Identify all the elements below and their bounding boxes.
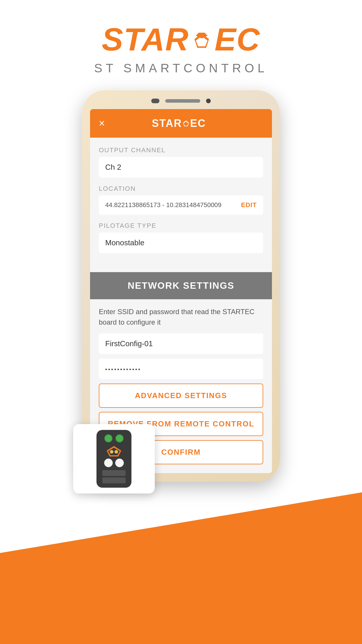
logo-icon xyxy=(190,30,213,54)
close-button[interactable]: × xyxy=(99,118,105,129)
output-channel-group: OUTPUT CHANNEL Ch 2 xyxy=(99,146,263,178)
location-value: 44.8221138865173 - 10.2831484750009 xyxy=(105,201,222,209)
pilotage-group: PILOTAGE TYPE Monostable xyxy=(99,222,263,253)
remote-body xyxy=(96,430,131,488)
output-channel-value: Ch 2 xyxy=(105,163,121,172)
logo-container: STAREC xyxy=(0,23,362,55)
advanced-settings-button[interactable]: ADVANCED SETTINGS xyxy=(99,384,263,408)
password-input[interactable]: •••••••••••• xyxy=(99,358,263,379)
remote-widget xyxy=(73,424,155,494)
remote-buttons xyxy=(99,459,129,467)
phone-camera xyxy=(151,99,159,103)
remote-btn-1[interactable] xyxy=(104,459,113,467)
phone-top-bar xyxy=(90,99,272,103)
output-channel-label: OUTPUT CHANNEL xyxy=(99,146,263,154)
remote-rect-btn-2[interactable] xyxy=(102,477,126,483)
svg-point-9 xyxy=(115,450,118,454)
phone-speaker xyxy=(165,99,200,103)
ssid-input[interactable]: FirstConfig-01 xyxy=(99,333,263,354)
phone-sensor xyxy=(206,99,211,103)
remote-eye-left xyxy=(104,434,113,442)
pilotage-input[interactable]: Monostable xyxy=(99,232,263,253)
password-value: •••••••••••• xyxy=(105,367,141,372)
background-orange xyxy=(0,492,362,644)
app-header: × STAREC xyxy=(90,109,272,138)
form-content: OUTPUT CHANNEL Ch 2 LOCATION 44.82211388… xyxy=(90,138,272,272)
remote-eyes xyxy=(99,434,129,442)
remote-btn-2[interactable] xyxy=(115,459,124,467)
location-group: LOCATION 44.8221138865173 - 10.283148475… xyxy=(99,185,263,215)
phone-screen: × STAREC OUTPUT CHANNEL Ch 2 LOCATION xyxy=(90,109,272,473)
network-settings-title: NETWORK SETTINGS xyxy=(128,280,234,291)
phone-wrapper: × STAREC OUTPUT CHANNEL Ch 2 LOCATION xyxy=(0,90,362,482)
app-subtitle: ST SMARTCONTROL xyxy=(0,61,362,75)
remote-eye-right xyxy=(115,434,124,442)
logo-ec: EC xyxy=(215,21,260,57)
phone-outer: × STAREC OUTPUT CHANNEL Ch 2 LOCATION xyxy=(82,90,280,482)
remote-logo-svg xyxy=(105,445,123,457)
remote-bottom-buttons xyxy=(99,470,129,483)
ssid-value: FirstConfig-01 xyxy=(105,339,153,348)
app-header-title: STAREC xyxy=(111,117,247,130)
header-logo-icon xyxy=(182,120,190,128)
svg-point-8 xyxy=(110,450,113,454)
top-section: STAREC ST SMARTCONTROL xyxy=(0,0,362,75)
logo-text: STAREC xyxy=(102,23,260,55)
location-label: LOCATION xyxy=(99,185,263,192)
network-description: Enter SSID and password that read the ST… xyxy=(99,307,263,328)
remote-logo xyxy=(99,445,129,457)
pilotage-label: PILOTAGE TYPE xyxy=(99,222,263,230)
location-input[interactable]: 44.8221138865173 - 10.2831484750009 EDIT xyxy=(99,195,263,215)
network-settings-header: NETWORK SETTINGS xyxy=(90,272,272,299)
output-channel-input[interactable]: Ch 2 xyxy=(99,157,263,178)
location-edit-button[interactable]: EDIT xyxy=(241,201,257,209)
remote-rect-btn-1[interactable] xyxy=(102,470,126,476)
pilotage-value: Monostable xyxy=(105,238,144,247)
logo-star: STAR xyxy=(102,21,189,57)
